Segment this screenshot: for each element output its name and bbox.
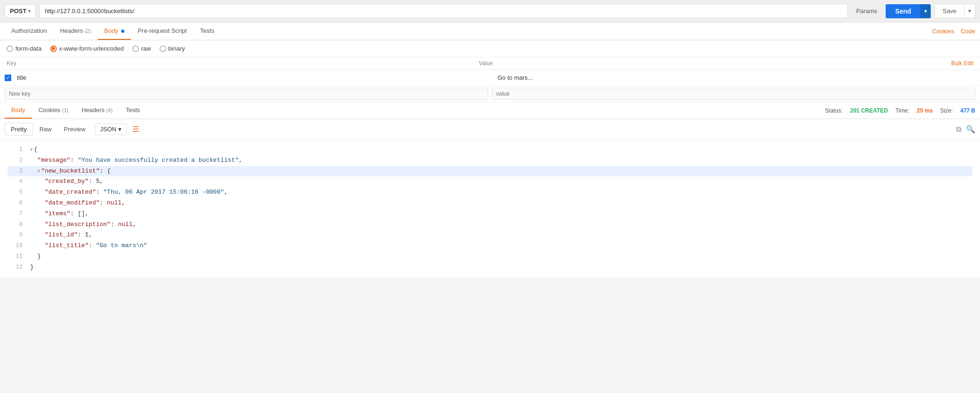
json-line-8: 8 "list_description": null, (8, 219, 972, 230)
tab-headers[interactable]: Headers (2) (54, 23, 98, 40)
json-line-11: 11 } (8, 251, 972, 262)
new-key-input[interactable] (5, 88, 488, 100)
size-value: 477 B (960, 107, 975, 114)
response-status-info: Status: 201 CREATED Time: 25 ms Size: 47… (825, 107, 975, 114)
save-button-group: Save ▾ (934, 4, 975, 18)
radio-binary[interactable]: binary (160, 45, 185, 52)
json-line-4: 4 "created_by": 5, (8, 176, 972, 187)
radio-circle-form-data (7, 45, 13, 52)
response-section: Body Cookies (1) Headers (4) Tests Statu… (0, 102, 980, 278)
body-dot-indicator (121, 30, 124, 33)
radio-circle-urlencoded (50, 45, 57, 52)
kv-checkbox[interactable] (5, 75, 14, 81)
format-tabs: Pretty Raw Preview JSON ▾ ☰ ⧉ 🔍 (0, 119, 980, 140)
response-tabs-bar: Body Cookies (1) Headers (4) Tests Statu… (0, 102, 980, 119)
radio-x-www-form-urlencoded[interactable]: x-www-form-urlencoded (50, 45, 124, 52)
tab-tests[interactable]: Tests (193, 23, 221, 40)
radio-form-data[interactable]: form-data (7, 45, 42, 52)
json-line-1: 1 ▼{ (8, 144, 972, 155)
resp-tab-cookies[interactable]: Cookies (1) (32, 102, 75, 119)
send-button[interactable]: Send (886, 4, 920, 18)
tabs-right-links: Cookies Code (932, 23, 975, 39)
kv-row: title Go to mars... (0, 70, 980, 86)
checkbox-title[interactable] (5, 75, 11, 81)
kv-table: Key Value Bulk Edit title Go to mars... (0, 57, 980, 102)
resp-tab-body[interactable]: Body (5, 102, 32, 119)
method-chevron-icon: ▾ (28, 8, 31, 14)
top-bar: POST ▾ Params Send ▾ Save ▾ (0, 0, 980, 23)
kv-new-row (0, 86, 980, 102)
status-value: 201 CREATED (850, 107, 888, 114)
tab-pre-request-script[interactable]: Pre-request Script (131, 23, 193, 40)
kv-value-header: Value (479, 60, 951, 67)
bulk-edit-button[interactable]: Bulk Edit (951, 60, 973, 67)
url-input[interactable] (39, 4, 848, 18)
fmt-tab-pretty[interactable]: Pretty (5, 123, 33, 136)
kv-key-field: title (14, 73, 495, 83)
request-tabs: Authorization Headers (2) Body Pre-reque… (0, 23, 980, 40)
json-line-10: 10 "list_title": "Go to mars\n" (8, 241, 972, 251)
resp-tab-tests[interactable]: Tests (119, 102, 146, 119)
kv-key-header: Key (7, 60, 479, 67)
resp-tab-headers[interactable]: Headers (4) (75, 102, 119, 119)
tab-authorization[interactable]: Authorization (5, 23, 54, 40)
json-line-6: 6 "date_modified": null, (8, 198, 972, 209)
tab-body[interactable]: Body (98, 23, 131, 40)
json-body: 1 ▼{ 2 "message": "You have successfully… (0, 140, 980, 278)
collapse-3[interactable]: ▼ (38, 169, 40, 174)
copy-button[interactable]: ⧉ (956, 125, 961, 134)
send-button-group: Send ▾ (886, 4, 931, 18)
json-chevron-icon: ▾ (118, 126, 122, 133)
kv-value-field: Go to mars... (495, 73, 975, 83)
json-line-12: 12 } (8, 262, 972, 273)
json-line-2: 2 "message": "You have successfully crea… (8, 155, 972, 166)
save-button[interactable]: Save (935, 4, 964, 18)
save-chevron-button[interactable]: ▾ (964, 4, 975, 18)
radio-circle-binary (160, 45, 166, 52)
method-label: POST (10, 8, 26, 15)
wrap-icon[interactable]: ☰ (132, 125, 139, 134)
method-dropdown[interactable]: POST ▾ (5, 4, 36, 18)
send-chevron-button[interactable]: ▾ (920, 4, 931, 18)
json-line-7: 7 "items": [], (8, 209, 972, 219)
time-label: Time: (896, 107, 910, 114)
kv-header: Key Value Bulk Edit (0, 57, 980, 70)
new-value-input[interactable] (492, 88, 975, 100)
search-button[interactable]: 🔍 (966, 125, 975, 134)
body-options: form-data x-www-form-urlencoded raw bina… (0, 40, 980, 57)
format-actions: ⧉ 🔍 (956, 125, 975, 134)
collapse-1[interactable]: ▼ (30, 147, 33, 152)
params-button[interactable]: Params (851, 5, 882, 17)
cookies-link[interactable]: Cookies (932, 23, 954, 39)
fmt-tab-raw[interactable]: Raw (34, 123, 57, 135)
status-label: Status: (825, 107, 842, 114)
json-line-3: 3 ▼"new_bucketlist": { (8, 166, 972, 177)
code-link[interactable]: Code (961, 23, 975, 39)
time-value: 25 ms (917, 107, 933, 114)
radio-raw[interactable]: raw (132, 45, 151, 52)
json-line-5: 5 "date_created": "Thu, 06 Apr 2017 15:0… (8, 187, 972, 198)
size-label: Size: (940, 107, 953, 114)
fmt-tab-preview[interactable]: Preview (58, 123, 91, 135)
json-line-9: 9 "list_id": 1, (8, 230, 972, 241)
radio-circle-raw (132, 45, 139, 52)
json-format-selector[interactable]: JSON ▾ (95, 123, 127, 135)
